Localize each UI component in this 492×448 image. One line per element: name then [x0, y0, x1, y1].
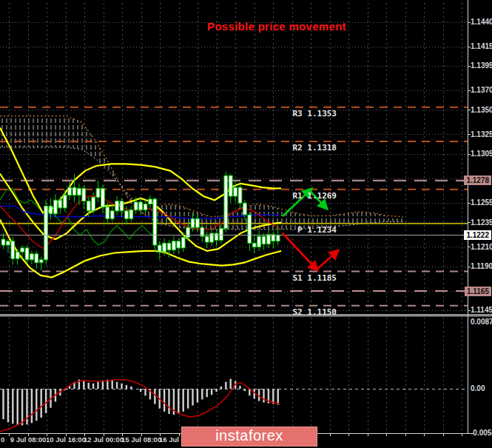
pivot-level-label-r3: R3 1.1353 [289, 109, 337, 118]
price-axis-label: 1.1325 [471, 130, 492, 138]
price-axis-label: 1.1190 [471, 262, 492, 270]
price-axis-label: 1.1255 [471, 198, 492, 207]
pivot-level-label-s1: S1 1.1185 [289, 273, 337, 283]
price-axis-label: 1.1350 [471, 106, 492, 114]
macd-axis-label: 0.00875 [471, 318, 492, 326]
macd-axis-label: -0.0058 [471, 429, 492, 437]
pivot-level-label-s2: S2 1.1150 [289, 307, 337, 317]
price-axis-label: 1.1305 [471, 150, 492, 158]
pivot-level-label-r2: R2 1.1318 [289, 143, 337, 153]
macd-axis-label: 0.00 [471, 384, 485, 392]
time-axis-label: 12 Jul 00:00 [84, 435, 124, 444]
pivot-level-label-p: P 1.1234 [289, 225, 337, 235]
price-axis-label: 1.1395 [471, 61, 492, 70]
price-axis-label: 1.1235 [471, 218, 492, 227]
price-axis-label: 1.1415 [471, 42, 492, 50]
time-axis-label: 0 [1, 435, 4, 444]
time-axis-label: 9 Jul 08:00 [10, 435, 47, 444]
pivot-level-label-r1: R1 1.1269 [289, 191, 337, 201]
price-axis-label: 1.1370 [471, 86, 492, 94]
current-price-label: 1.1222 [464, 230, 491, 240]
time-axis-label: 10 Jul 16:00 [46, 435, 86, 444]
price-axis-label: 1.1440 [471, 18, 492, 26]
price-axis-label: 1.1210 [471, 243, 492, 251]
price-axis-label: 1.1145 [471, 306, 492, 314]
trading-chart-window: Possible price movement 1.14401.14151.13… [0, 0, 492, 448]
time-axis-label: 15 Jul 08:00 [121, 435, 161, 444]
instaforex-watermark: instaforex [181, 427, 317, 447]
highlighted-price-label: 1.1165 [465, 287, 491, 296]
chart-svg [0, 0, 492, 448]
chart-title: Possible price movement [195, 20, 358, 33]
highlighted-price-label: 1.1278 [464, 175, 491, 185]
